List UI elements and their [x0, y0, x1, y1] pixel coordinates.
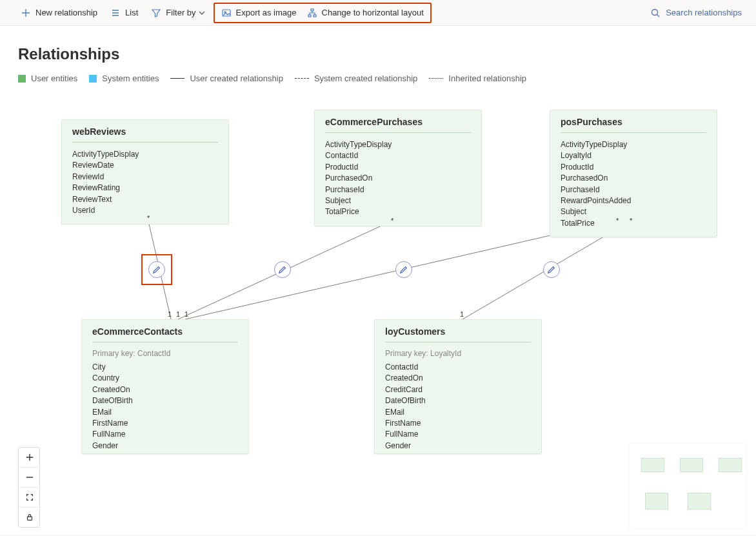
highlighted-edit-handle: [141, 254, 172, 285]
entity-fields: City Country CreatedOn DateOfBirth EMail…: [92, 362, 238, 454]
legend: User entities System entities User creat…: [18, 74, 738, 83]
field: TotalPrice: [561, 218, 706, 229]
new-relationship-label: New relationship: [35, 8, 97, 17]
field: FullName: [385, 429, 531, 440]
entity-fields: ActivityTypeDisplay LoyaltyId ProductId …: [561, 139, 706, 229]
entity-fields: ActivityTypeDisplay ReviewDate ReviewId …: [72, 149, 218, 216]
list-label: List: [125, 8, 138, 17]
primary-key: Primary key: LoyaltyId: [385, 349, 531, 358]
field: DateOfBirth: [385, 395, 531, 406]
entity-card-loycustomers[interactable]: loyCustomers Primary key: LoyaltyId Cont…: [374, 319, 542, 454]
field: ActivityTypeDisplay: [561, 139, 706, 150]
field: ReviewDate: [72, 160, 218, 171]
field: FirstName: [385, 418, 531, 429]
export-image-button[interactable]: Export as image: [216, 5, 302, 21]
svg-rect-3: [308, 15, 311, 17]
legend-system-relationship: System created relationship: [295, 74, 417, 83]
legend-user-entities: User entities: [18, 74, 77, 83]
field: EMail: [385, 407, 531, 418]
entity-card-pospurchases[interactable]: posPurchases ActivityTypeDisplay Loyalty…: [550, 110, 717, 237]
primary-key-value: LoyaltyId: [430, 349, 461, 358]
entity-title: eCommerceContacts: [92, 326, 238, 342]
field: Subject: [325, 195, 471, 206]
primary-key-label: Primary key:: [385, 349, 428, 358]
legend-user-relationship: User created relationship: [170, 74, 283, 83]
entity-title: loyCustomers: [385, 326, 531, 342]
field: ActivityTypeDisplay: [325, 139, 471, 150]
legend-user-rel-label: User created relationship: [190, 74, 283, 83]
plus-icon: [25, 453, 34, 462]
cardinality-many: *: [391, 217, 393, 224]
cardinality-many: *: [147, 214, 150, 222]
toolbar: New relationship List Filter by Export a…: [0, 0, 756, 26]
highlighted-toolbar-group: Export as image Change to horizontal lay…: [214, 3, 432, 23]
new-relationship-button[interactable]: New relationship: [15, 5, 103, 21]
user-entity-swatch: [18, 75, 26, 83]
list-icon: [110, 8, 121, 18]
list-button[interactable]: List: [105, 5, 143, 21]
export-label: Export as image: [236, 8, 297, 17]
zoom-in-button[interactable]: [19, 448, 41, 468]
hierarchy-icon: [307, 8, 317, 18]
field: ReviewId: [72, 172, 218, 183]
lock-icon: [25, 513, 34, 522]
field: PurchasedOn: [325, 173, 471, 184]
filter-label: Filter by: [166, 8, 195, 17]
entity-title: webReviews: [72, 126, 218, 143]
svg-rect-10: [28, 517, 32, 520]
legend-inherited-rel-label: Inherited relationship: [448, 74, 526, 83]
field: ContactId: [385, 362, 531, 373]
edit-relationship-handle[interactable]: [274, 261, 291, 278]
field: CreditCard: [385, 384, 531, 395]
cardinality-one: 1: [176, 310, 180, 318]
zoom-out-button[interactable]: [19, 468, 41, 488]
fit-to-screen-button[interactable]: [19, 488, 41, 508]
minimap[interactable]: [630, 444, 746, 528]
edit-relationship-handle[interactable]: [395, 261, 412, 278]
layout-toggle-button[interactable]: Change to horizontal layout: [302, 5, 429, 21]
filter-button[interactable]: Filter by: [146, 5, 210, 21]
lock-button[interactable]: [19, 508, 41, 527]
page-title: Relationships: [18, 45, 738, 63]
cardinality-one: 1: [460, 310, 464, 318]
entity-card-webreviews[interactable]: webReviews ActivityTypeDisplay ReviewDat…: [61, 119, 229, 224]
svg-rect-4: [313, 15, 316, 17]
layout-toggle-label: Change to horizontal layout: [322, 8, 424, 17]
field: ReviewText: [72, 194, 218, 205]
legend-user-entities-label: User entities: [31, 74, 77, 83]
field: Country: [92, 373, 238, 384]
svg-point-5: [652, 9, 658, 15]
search-relationships[interactable]: Search relationships: [642, 4, 750, 22]
legend-system-rel-label: System created relationship: [314, 74, 417, 83]
field: ReviewRating: [72, 183, 218, 194]
field: LastName: [385, 452, 531, 454]
pencil-icon: [278, 265, 287, 274]
solid-line-icon: [170, 78, 184, 79]
field: CreatedOn: [92, 384, 238, 395]
entity-title: posPurchases: [561, 117, 706, 133]
field: Headshot: [92, 452, 238, 454]
diagram-canvas[interactable]: webReviews ActivityTypeDisplay ReviewDat…: [0, 103, 756, 535]
field: ProductId: [325, 162, 471, 173]
minimap-box: [645, 493, 668, 510]
zoom-controls: [18, 447, 40, 528]
field: Subject: [561, 206, 706, 217]
field: ActivityTypeDisplay: [72, 149, 218, 160]
entity-card-ecommercepurchases[interactable]: eCommercePurchases ActivityTypeDisplay C…: [314, 110, 482, 226]
field: City: [92, 362, 238, 373]
edit-relationship-handle[interactable]: [543, 261, 560, 278]
field: UserId: [72, 205, 218, 216]
entity-card-ecommercecontacts[interactable]: eCommerceContacts Primary key: ContactId…: [81, 319, 249, 454]
field: PurchaseId: [325, 184, 471, 195]
pencil-icon: [547, 265, 556, 274]
minimap-box: [688, 493, 711, 510]
legend-system-entities-label: System entities: [102, 74, 159, 83]
entity-fields: ContactId CreatedOn CreditCard DateOfBir…: [385, 362, 531, 454]
cardinality-one: 1: [184, 310, 188, 318]
field: EMail: [92, 407, 238, 418]
minimap-box: [680, 458, 703, 472]
image-icon: [221, 8, 232, 18]
field: LoyaltyId: [561, 150, 706, 161]
plus-icon: [21, 8, 31, 18]
fullscreen-icon: [25, 493, 34, 502]
